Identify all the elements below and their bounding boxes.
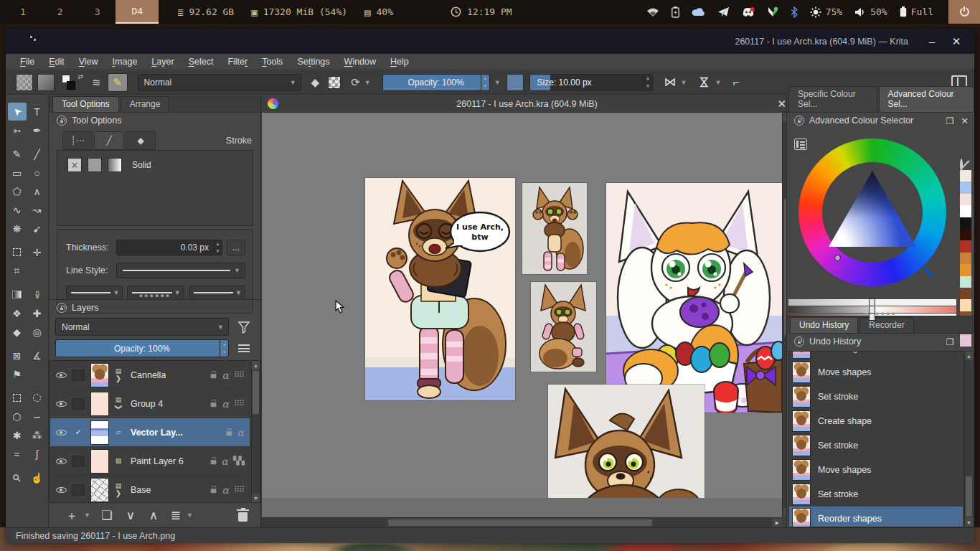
stroke-none-chip[interactable]: ✕ [67, 158, 82, 172]
brightness-indicator[interactable]: 75% [810, 6, 842, 18]
history-swatch[interactable] [960, 276, 971, 288]
add-layer-dropdown-icon[interactable]: ▼ [84, 512, 90, 519]
cloud-icon[interactable] [692, 7, 705, 17]
chevron-down-icon[interactable]: ▼ [494, 79, 501, 86]
tab-advanced-colour-selector[interactable]: Advanced Colour Sel... [879, 86, 974, 112]
toolbox-tool[interactable]: ◎ [28, 323, 47, 341]
menu-item[interactable]: File [13, 54, 42, 70]
toolbox-tool[interactable]: ❖ [8, 304, 27, 322]
menu-item[interactable]: View [72, 54, 105, 70]
toolbox-tool[interactable]: ʃ [28, 445, 47, 463]
opacity-slider[interactable]: Opacity: 100% ▲▼ [382, 74, 490, 91]
foreground-background-colors[interactable]: ⇄ [62, 73, 83, 92]
layer-row[interactable]: ✓ Vector Lay... α [50, 418, 250, 447]
menu-item[interactable]: Settings [290, 54, 336, 70]
layer-properties-button[interactable]: ≣ [165, 508, 187, 523]
neovim-leaf-icon[interactable] [767, 6, 778, 17]
undo-entry[interactable]: Move shapes [789, 360, 963, 385]
preserve-alpha-icon[interactable] [328, 76, 341, 89]
layer-lock-icon[interactable] [226, 429, 232, 435]
bluetooth-icon[interactable] [791, 6, 798, 18]
move-layer-down-button[interactable]: ∨ [119, 508, 142, 523]
toolbox-tool[interactable]: ∽ [28, 408, 47, 425]
layer-styles-icon[interactable] [234, 370, 244, 380]
layer-blending-dropdown[interactable]: Normal▼ [55, 318, 229, 336]
reload-preset-icon[interactable]: ⟳ [351, 76, 360, 89]
history-swatch[interactable] [960, 253, 971, 264]
toolbox-tool[interactable]: ➹ [28, 220, 47, 237]
toolbox-tool[interactable]: ❋ [8, 220, 27, 237]
toolbox-tool[interactable]: ⊠ [8, 347, 27, 364]
layer-expand-arrow[interactable] [116, 375, 121, 382]
toolbox-tool[interactable]: ✑ [28, 286, 47, 303]
layer-select-checkbox[interactable] [72, 369, 85, 381]
stroke-gradient-chip[interactable] [108, 158, 122, 172]
layer-alpha-icon[interactable]: α [222, 456, 228, 467]
toolbox-tool[interactable]: ↝ [28, 201, 47, 219]
history-swatch[interactable] [960, 299, 971, 311]
layer-row[interactable]: Cannella α [50, 361, 250, 390]
toolbox-tool[interactable]: ✚ [28, 304, 47, 322]
workspace-item[interactable]: D4 [116, 0, 159, 24]
wraparound-icon[interactable]: ⌐ [732, 76, 739, 88]
toolbox-tool[interactable]: ≈ [8, 445, 27, 463]
mirror-horizontal-icon[interactable]: ⋈ [664, 75, 677, 90]
toolbox-tool[interactable] [28, 389, 47, 407]
layer-row[interactable]: Paint Layer 6 α [50, 447, 250, 476]
history-swatch[interactable] [960, 194, 971, 205]
undo-entry[interactable]: Set stroke [789, 385, 963, 409]
toolbox-tool[interactable]: ✛ [28, 243, 47, 261]
add-layer-button[interactable]: ＋ [60, 507, 84, 524]
tab-recorder[interactable]: Recorder [859, 317, 913, 333]
toolbox-tool[interactable]: ◆ [8, 323, 27, 341]
toolbox-tool[interactable]: ✎ [8, 145, 27, 163]
toolbox-tool[interactable]: ✒ [28, 121, 47, 139]
toolbox-tool[interactable]: ∧ [28, 182, 47, 200]
toolbox-tool[interactable]: ⚑ [8, 365, 27, 383]
lock-docker-icon[interactable] [794, 336, 804, 347]
layer-visibility-eye-icon[interactable] [50, 456, 72, 466]
layer-list-scrollbar[interactable]: ▲ ▼ [251, 360, 260, 503]
layer-alpha-icon[interactable]: α [222, 398, 228, 410]
telegram-icon[interactable] [717, 6, 730, 17]
toolbox-tool[interactable] [8, 286, 27, 303]
workspace-item[interactable]: 2 [42, 0, 79, 24]
layer-select-checkbox[interactable]: ✓ [72, 427, 85, 438]
toolbox-tool[interactable]: ⚲ [8, 468, 27, 486]
saturation-value-triangle[interactable] [829, 171, 916, 247]
close-docker-icon[interactable]: ✕ [961, 116, 969, 126]
toolbox-tool[interactable]: ⬠ [8, 182, 27, 200]
layer-styles-icon[interactable] [234, 399, 244, 408]
document-subwindow-titlebar[interactable]: 260117 - I use Arch.kra (604.9 MiB) ✕ [262, 95, 792, 113]
toolbox-tool[interactable] [8, 243, 27, 261]
menu-item[interactable]: Tools [255, 54, 290, 70]
canvas-horizontal-scrollbar[interactable]: ▶ [262, 517, 782, 527]
toolbox-tool[interactable]: ✱ [8, 426, 27, 444]
tab-arrange[interactable]: Arrange [121, 96, 170, 112]
layer-alpha-icon[interactable]: α [222, 369, 228, 381]
undo-entry[interactable]: Create shape [789, 409, 963, 433]
layer-alpha-icon[interactable]: α [237, 427, 244, 438]
layer-row[interactable]: Base α [50, 476, 250, 503]
layer-styles-icon[interactable] [233, 456, 244, 466]
float-docker-icon[interactable]: ❐ [946, 116, 953, 126]
history-swatch[interactable] [960, 205, 971, 217]
line-start-dropdown[interactable]: ▼ [66, 286, 123, 300]
menu-item[interactable]: Filter [220, 54, 255, 70]
selector-settings-icon[interactable] [794, 138, 807, 150]
layer-lock-icon[interactable] [210, 458, 216, 464]
layer-lock-icon[interactable] [211, 400, 217, 407]
battery-indicator[interactable]: Full [900, 6, 933, 17]
discord-icon[interactable] [742, 7, 755, 17]
undo-entry[interactable]: Set stroke [789, 433, 963, 458]
toolbox-tool[interactable]: ➳ [8, 121, 27, 139]
docker-splitter[interactable]: ●●●●●● [50, 293, 260, 298]
thickness-spin-buttons[interactable]: ▲▼ [213, 240, 222, 255]
layer-select-checkbox[interactable] [72, 398, 85, 410]
toolbox-tool[interactable]: ➤ [8, 103, 27, 121]
color-marker[interactable] [834, 255, 841, 261]
stroke-solid-chip[interactable] [88, 158, 102, 172]
menu-item[interactable]: Image [105, 54, 145, 70]
gradient-chooser[interactable] [16, 74, 33, 91]
component-slider[interactable] [788, 299, 956, 306]
